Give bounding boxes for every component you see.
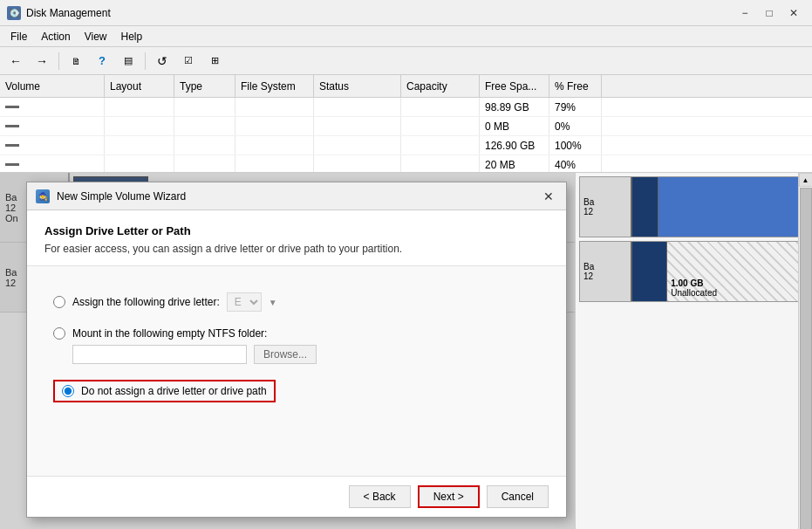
cell-volume-0 xyxy=(0,98,105,116)
scrollbar-right[interactable]: ▲ ▼ xyxy=(798,173,812,529)
folder-path-input[interactable] xyxy=(72,345,247,364)
column-capacity[interactable]: Capacity xyxy=(401,75,480,97)
select-arrow-icon: ▼ xyxy=(269,298,277,307)
menu-help[interactable]: Help xyxy=(114,29,150,45)
window-controls: − □ ✕ xyxy=(734,4,805,22)
back-button[interactable]: ← xyxy=(3,50,28,72)
cancel-button[interactable]: Cancel xyxy=(487,485,549,508)
toolbar-separator xyxy=(58,52,59,70)
drive-letter-select[interactable]: E F G xyxy=(227,292,262,312)
disk-visual-label-1: Ba 12 xyxy=(580,242,632,301)
browse-button[interactable]: Browse... xyxy=(254,345,317,364)
cell-status-2 xyxy=(314,136,401,155)
dialog-overlay: 🧙 New Simple Volume Wizard ✕ Assign Driv… xyxy=(0,173,575,529)
radio-no-assign-label[interactable]: Do not assign a drive letter or drive pa… xyxy=(81,385,267,397)
radio-row-no-assign: Do not assign a drive letter or drive pa… xyxy=(53,380,540,402)
toolbar-separator-2 xyxy=(145,52,146,70)
cell-pcfree-3: 40% xyxy=(549,155,602,173)
cell-volume-1 xyxy=(0,117,105,135)
cell-pcfree-1: 0% xyxy=(549,117,602,135)
column-filesystem[interactable]: File System xyxy=(235,75,314,97)
properties-button[interactable]: 🗎 xyxy=(64,50,88,72)
right-panel: Ba 12 Ba 12 1.00 GB Unallo xyxy=(576,173,812,529)
back-button[interactable]: < Back xyxy=(349,485,411,508)
toolbar: ← → 🗎 ? ▤ ↺ ☑ ⊞ xyxy=(0,47,812,75)
radio-assign-letter-label[interactable]: Assign the following drive letter: xyxy=(72,296,220,308)
table-header: Volume Layout Type File System Status Ca… xyxy=(0,75,812,98)
disk-visual-content-1: 1.00 GB Unallocated xyxy=(632,242,808,301)
cell-volume-3 xyxy=(0,155,105,173)
radio-no-assign[interactable] xyxy=(62,385,74,397)
column-layout[interactable]: Layout xyxy=(105,75,174,97)
help-button[interactable]: ? xyxy=(90,50,114,72)
disk-visual-content-0 xyxy=(632,177,808,237)
radio-group: Assign the following drive letter: E F G… xyxy=(53,292,540,402)
next-button[interactable]: Next > xyxy=(418,485,480,508)
column-status[interactable]: Status xyxy=(314,75,401,97)
radio-assign-letter[interactable] xyxy=(53,296,65,308)
dialog-title-bar: 🧙 New Simple Volume Wizard ✕ xyxy=(27,182,566,210)
cell-fs-1 xyxy=(235,117,314,135)
action2-button[interactable]: ▤ xyxy=(116,50,140,72)
column-freespace[interactable]: Free Spa... xyxy=(480,75,549,97)
radio-row-mount-folder: Mount in the following empty NTFS folder… xyxy=(53,327,540,364)
cell-pcfree-2: 100% xyxy=(549,136,602,155)
cell-fs-3 xyxy=(235,155,314,173)
table-row[interactable]: 20 MB 40% xyxy=(0,155,812,173)
forward-button[interactable]: → xyxy=(30,50,54,72)
unallocated-block: 1.00 GB Unallocated xyxy=(667,242,808,301)
cell-type-0 xyxy=(174,98,235,116)
cell-status-0 xyxy=(314,98,401,116)
scroll-up-arrow[interactable]: ▲ xyxy=(799,173,813,187)
dialog: 🧙 New Simple Volume Wizard ✕ Assign Driv… xyxy=(26,182,567,518)
cell-status-3 xyxy=(314,155,401,173)
cell-capacity-1 xyxy=(401,117,480,135)
cell-fs-2 xyxy=(235,136,314,155)
table-row[interactable]: 0 MB 0% xyxy=(0,117,812,136)
menu-file[interactable]: File xyxy=(3,29,34,45)
rescan-button[interactable]: ↺ xyxy=(150,50,174,72)
radio-mount-folder-label[interactable]: Mount in the following empty NTFS folder… xyxy=(72,327,267,340)
cell-status-1 xyxy=(314,117,401,135)
dialog-footer: < Back Next > Cancel xyxy=(27,476,566,517)
cell-capacity-0 xyxy=(401,98,480,116)
radio-row-assign-letter: Assign the following drive letter: E F G… xyxy=(53,292,540,312)
cell-layout-1 xyxy=(105,117,174,135)
cell-freespace-3: 20 MB xyxy=(480,155,549,173)
dialog-close-button[interactable]: ✕ xyxy=(540,188,557,205)
close-window-button[interactable]: ✕ xyxy=(782,4,805,22)
cell-freespace-0: 98.89 GB xyxy=(480,98,549,116)
column-type[interactable]: Type xyxy=(174,75,235,97)
table-body: 98.89 GB 79% 0 MB 0% 126.90 GB 100% 20 M… xyxy=(0,98,812,173)
menu-view[interactable]: View xyxy=(78,29,114,45)
dialog-header-desc: For easier access, you can assign a driv… xyxy=(44,243,549,255)
disk-visual-area: Ba 12 Ba 12 1.00 GB Unallo xyxy=(576,173,812,529)
main-area: Ba 12 On Ba 12 xyxy=(0,173,812,529)
disk-visual-label-0: Ba 12 xyxy=(580,177,632,237)
cell-layout-3 xyxy=(105,155,174,173)
cell-freespace-1: 0 MB xyxy=(480,117,549,135)
dialog-icon: 🧙 xyxy=(36,189,50,203)
cell-volume-2 xyxy=(0,136,105,155)
disk-visual-row-0: Ba 12 xyxy=(579,176,809,237)
minimize-button[interactable]: − xyxy=(734,4,756,22)
table-row[interactable]: 126.90 GB 100% xyxy=(0,136,812,155)
table-row[interactable]: 98.89 GB 79% xyxy=(0,98,812,117)
dialog-body: Assign the following drive letter: E F G… xyxy=(27,266,566,476)
cell-capacity-3 xyxy=(401,155,480,173)
menu-action[interactable]: Action xyxy=(34,29,77,45)
radio-mount-folder[interactable] xyxy=(53,327,65,340)
cell-layout-0 xyxy=(105,98,174,116)
column-volume[interactable]: Volume xyxy=(0,75,105,97)
folder-controls: Browse... xyxy=(72,345,540,364)
cell-capacity-2 xyxy=(401,136,480,155)
maximize-button[interactable]: □ xyxy=(758,4,781,22)
view2-button[interactable]: ☑ xyxy=(176,50,201,72)
partition-dark-0 xyxy=(632,177,658,237)
scroll-thumb[interactable] xyxy=(800,188,812,529)
partition-dark-1 xyxy=(632,242,667,301)
menu-bar: File Action View Help xyxy=(0,26,812,47)
view3-button[interactable]: ⊞ xyxy=(202,50,227,72)
column-pcfree[interactable]: % Free xyxy=(549,75,602,97)
dialog-title: New Simple Volume Wizard xyxy=(57,190,540,203)
